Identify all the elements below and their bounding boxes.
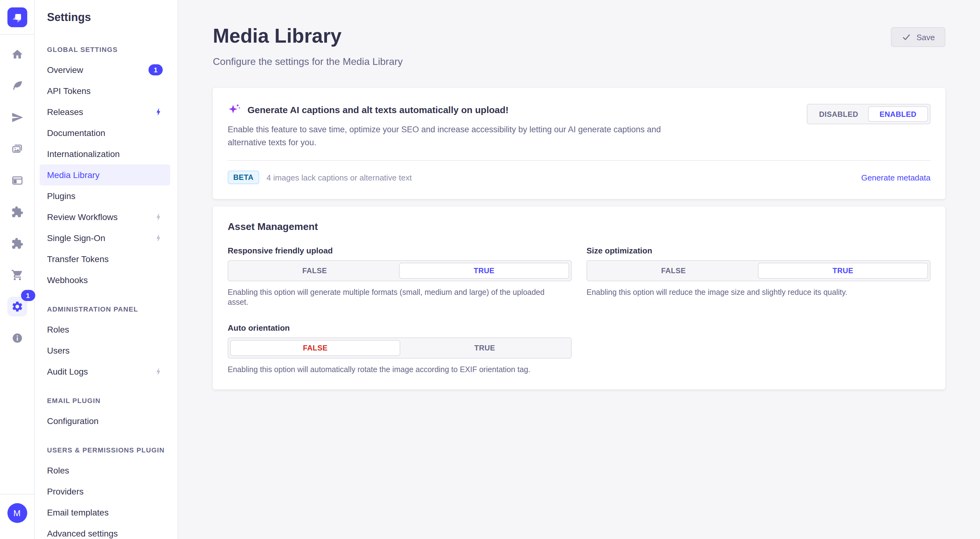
sidebar-item-api-tokens[interactable]: API Tokens <box>40 80 170 101</box>
banner-top-row: Generate AI captions and alt texts autom… <box>228 103 931 149</box>
settings-sidebar: Settings GLOBAL SETTINGS Overview 1 API … <box>35 0 178 539</box>
responsive-upload-toggle: FALSE TRUE <box>228 260 572 281</box>
settings-rail-button[interactable]: 1 <box>7 297 27 317</box>
field-size-optimization: Size optimization FALSE TRUE Enabling th… <box>587 246 931 307</box>
sidebar-item-releases[interactable]: Releases <box>40 101 170 122</box>
toggle-enabled-option[interactable]: ENABLED <box>868 106 928 122</box>
marketplace-button[interactable] <box>11 237 23 250</box>
sidebar-header: Settings <box>35 0 178 35</box>
overview-badge: 1 <box>148 64 163 75</box>
gear-icon <box>11 300 23 313</box>
strapi-logo-icon[interactable] <box>7 7 27 27</box>
sidebar-item-configuration[interactable]: Configuration <box>40 411 170 431</box>
auto-orientation-toggle: FALSE TRUE <box>228 338 572 358</box>
page-header: Media Library Configure the settings for… <box>213 25 945 67</box>
sidebar-item-up-roles[interactable]: Roles <box>40 460 170 481</box>
media-library-rail-button[interactable] <box>11 143 23 155</box>
section-label-global-settings: GLOBAL SETTINGS <box>35 40 178 59</box>
sidebar-item-plugins[interactable]: Plugins <box>40 185 170 206</box>
field-label: Size optimization <box>587 246 931 255</box>
sidebar-item-media-library[interactable]: Media Library <box>40 165 170 185</box>
sidebar-item-review-workflows[interactable]: Review Workflows <box>40 206 170 227</box>
asset-management-title: Asset Management <box>228 221 931 232</box>
feather-pen-icon <box>11 80 23 92</box>
page-header-text: Media Library Configure the settings for… <box>213 25 403 67</box>
field-hint: Enabling this option will generate multi… <box>228 287 567 307</box>
users-permissions-list: Roles Providers Email templates Advanced… <box>35 460 178 539</box>
banner-description: Enable this feature to save time, optimi… <box>228 123 683 149</box>
paper-plane-icon <box>11 111 23 124</box>
toggle-disabled-option[interactable]: DISABLED <box>809 106 868 122</box>
layout-panel-icon <box>11 174 23 187</box>
info-button[interactable] <box>11 332 23 344</box>
shopping-cart-icon <box>11 269 23 281</box>
lightning-icon <box>154 212 163 221</box>
field-label: Auto orientation <box>228 323 572 333</box>
lightning-icon <box>154 367 163 376</box>
section-label-email-plugin: EMAIL PLUGIN <box>35 391 178 411</box>
rail-icon-list: 1 <box>0 35 34 344</box>
main-content: Media Library Configure the settings for… <box>178 0 980 539</box>
sidebar-scroll-area: GLOBAL SETTINGS Overview 1 API Tokens Re… <box>35 35 178 539</box>
strapi-logo-glyph <box>10 10 24 24</box>
puzzle-icon <box>11 237 23 250</box>
rail-header <box>0 0 34 35</box>
field-label: Responsive friendly upload <box>228 246 572 255</box>
beta-badge: BETA <box>228 171 259 184</box>
toggle-false-option[interactable]: FALSE <box>589 263 758 279</box>
settings-notification-badge: 1 <box>21 290 35 301</box>
toggle-true-option[interactable]: TRUE <box>758 263 928 279</box>
section-label-users-permissions-plugin: USERS & PERMISSIONS PLUGIN <box>35 440 178 460</box>
check-icon <box>902 32 912 42</box>
sidebar-item-users[interactable]: Users <box>40 340 170 361</box>
sidebar-item-documentation[interactable]: Documentation <box>40 122 170 143</box>
pictures-icon <box>11 143 23 155</box>
sidebar-item-advanced-settings[interactable]: Advanced settings <box>40 523 170 539</box>
banner-bottom-row: BETA 4 images lack captions or alternati… <box>228 161 931 184</box>
field-auto-orientation: Auto orientation FALSE TRUE Enabling thi… <box>228 323 572 374</box>
puzzle-icon <box>11 206 23 218</box>
toggle-true-option[interactable]: TRUE <box>400 340 569 356</box>
sidebar-item-providers[interactable]: Providers <box>40 481 170 502</box>
ai-sparkle-icon <box>228 103 241 116</box>
strapi-admin-app: 1 M Settings GLOBAL SETTINGS Overview 1 <box>0 0 980 539</box>
email-plugin-list: Configuration <box>35 411 178 431</box>
beta-status-row: BETA 4 images lack captions or alternati… <box>228 171 412 184</box>
home-icon <box>11 48 23 60</box>
field-hint: Enabling this option will automatically … <box>228 365 567 374</box>
plugins-button[interactable] <box>11 206 23 218</box>
banner-text-block: Generate AI captions and alt texts autom… <box>228 103 683 149</box>
generate-metadata-link[interactable]: Generate metadata <box>861 173 931 182</box>
toggle-true-option[interactable]: TRUE <box>399 263 569 279</box>
content-type-builder-button[interactable] <box>11 174 23 187</box>
ai-captions-banner: Generate AI captions and alt texts autom… <box>213 88 945 199</box>
captions-status-text: 4 images lack captions or alternative te… <box>267 173 412 182</box>
banner-title: Generate AI captions and alt texts autom… <box>248 104 509 115</box>
lightning-icon <box>154 108 163 116</box>
banner-title-row: Generate AI captions and alt texts autom… <box>228 103 683 116</box>
asset-fields-grid: Responsive friendly upload FALSE TRUE En… <box>228 246 931 374</box>
sidebar-item-webhooks[interactable]: Webhooks <box>40 270 170 290</box>
sidebar-item-email-templates[interactable]: Email templates <box>40 502 170 523</box>
rail-footer: M <box>0 494 34 539</box>
sidebar-item-internationalization[interactable]: Internationalization <box>40 143 170 165</box>
home-button[interactable] <box>11 48 23 60</box>
sidebar-item-overview[interactable]: Overview 1 <box>40 59 170 80</box>
sidebar-item-admin-roles[interactable]: Roles <box>40 319 170 340</box>
page-subtitle: Configure the settings for the Media Lib… <box>213 56 403 67</box>
sidebar-item-single-sign-on[interactable]: Single Sign-On <box>40 227 170 249</box>
sidebar-item-audit-logs[interactable]: Audit Logs <box>40 361 170 382</box>
ai-enabled-toggle: DISABLED ENABLED <box>807 104 931 124</box>
toggle-false-option[interactable]: FALSE <box>230 340 400 356</box>
content-manager-button[interactable] <box>11 80 23 92</box>
info-icon <box>11 332 23 344</box>
nav-rail: 1 M <box>0 0 35 539</box>
toggle-false-option[interactable]: FALSE <box>230 263 399 279</box>
avatar[interactable]: M <box>7 503 27 523</box>
section-label-administration-panel: ADMINISTRATION PANEL <box>35 299 178 319</box>
deploy-button[interactable] <box>11 111 23 124</box>
save-button[interactable]: Save <box>891 27 945 47</box>
sidebar-title: Settings <box>47 11 91 24</box>
sidebar-item-transfer-tokens[interactable]: Transfer Tokens <box>40 249 170 270</box>
purchase-button[interactable] <box>11 269 23 281</box>
